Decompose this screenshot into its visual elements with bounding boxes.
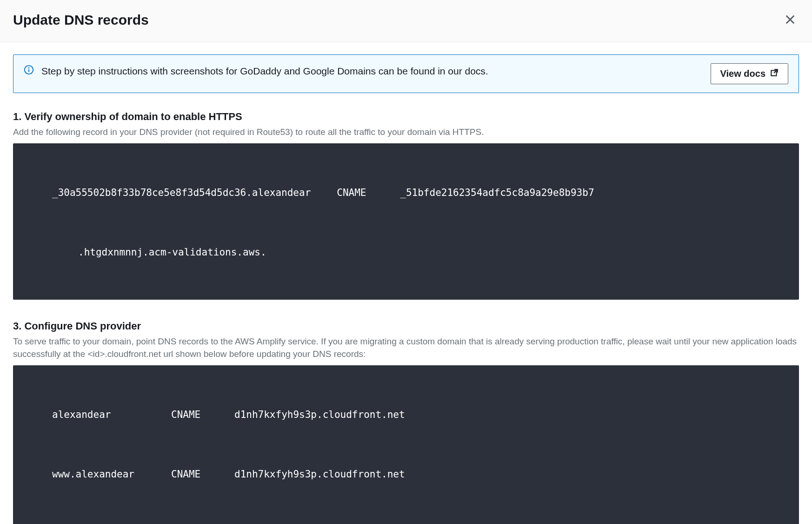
external-link-icon: [770, 68, 779, 79]
modal-title: Update DNS records: [13, 12, 149, 28]
svg-point-4: [29, 67, 29, 68]
dns-record-row: alexandear CNAME d1nh7kxfyh9s3p.cloudfro…: [52, 405, 786, 425]
record-type: CNAME: [337, 186, 374, 201]
info-banner-content: Step by step instructions with screensho…: [24, 63, 699, 80]
modal-body: Step by step instructions with screensho…: [0, 42, 812, 524]
close-icon[interactable]: [781, 11, 799, 29]
info-banner: Step by step instructions with screensho…: [13, 54, 799, 93]
configure-dns-section: 3. Configure DNS provider To serve traff…: [13, 320, 799, 524]
info-icon: [24, 65, 34, 75]
section-1-description: Add the following record in your DNS pro…: [13, 126, 799, 139]
view-docs-button[interactable]: View docs: [711, 63, 788, 84]
record-value: d1nh7kxfyh9s3p.cloudfront.net: [234, 467, 405, 482]
verify-ownership-section: 1. Verify ownership of domain to enable …: [13, 111, 799, 300]
dns-records-block: alexandear CNAME d1nh7kxfyh9s3p.cloudfro…: [13, 365, 799, 524]
record-name: alexandear: [52, 408, 145, 423]
verification-record-row: _30a55502b8f33b78ce5e8f3d54d5dc36.alexan…: [52, 183, 786, 203]
record-value-part2: .htgdxnmnnj.acm-validations.aws.: [52, 232, 786, 260]
section-1-title: 1. Verify ownership of domain to enable …: [13, 111, 799, 123]
info-banner-text: Step by step instructions with screensho…: [41, 63, 488, 80]
section-3-description: To serve traffic to your domain, point D…: [13, 335, 799, 361]
view-docs-label: View docs: [720, 68, 765, 79]
record-value: d1nh7kxfyh9s3p.cloudfront.net: [234, 408, 405, 423]
verification-record-block: _30a55502b8f33b78ce5e8f3d54d5dc36.alexan…: [13, 143, 799, 300]
record-value-part1: _51bfde2162354adfc5c8a9a29e8b93b7: [400, 186, 594, 201]
svg-line-6: [774, 69, 778, 73]
record-name: _30a55502b8f33b78ce5e8f3d54d5dc36.alexan…: [52, 186, 311, 201]
dns-record-row: www.alexandear CNAME d1nh7kxfyh9s3p.clou…: [52, 464, 786, 485]
record-type: CNAME: [171, 408, 208, 423]
record-type: CNAME: [171, 467, 208, 482]
modal-header: Update DNS records: [0, 0, 812, 42]
record-name: www.alexandear: [52, 467, 145, 482]
section-3-title: 3. Configure DNS provider: [13, 320, 799, 332]
dns-records-modal: Update DNS records Step by step instruct…: [0, 0, 812, 524]
